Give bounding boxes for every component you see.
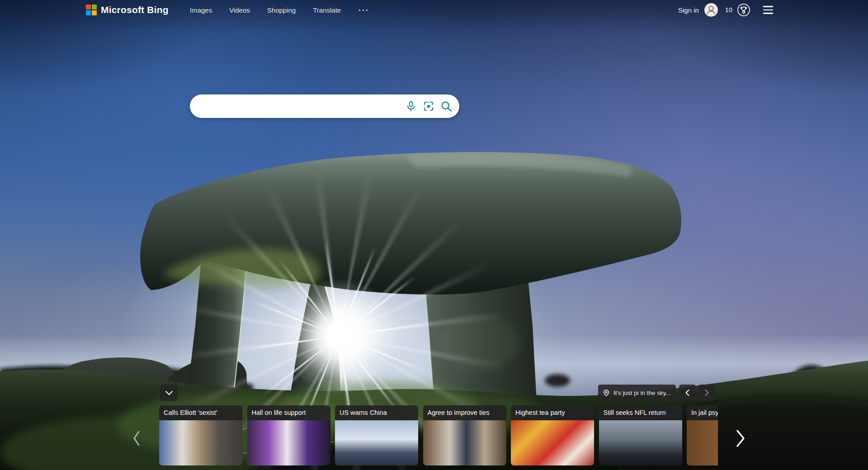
nav-item-videos[interactable]: Videos [229, 6, 250, 14]
chevron-right-icon [704, 389, 709, 396]
top-right-cluster: Sign in 10 [678, 0, 775, 20]
collapse-news-button[interactable] [160, 385, 178, 401]
news-card-title: Highest tea party [511, 405, 594, 420]
location-pin-icon [603, 389, 610, 397]
news-card[interactable]: Calls Elliott 'sexist' [159, 405, 242, 465]
avatar-icon[interactable] [704, 3, 718, 17]
person-icon [704, 3, 718, 17]
news-card-title: In jail psych [687, 405, 718, 420]
microsoft-logo-icon [86, 5, 97, 15]
news-card-image [423, 420, 506, 465]
right-pillar-lichen [439, 316, 520, 371]
news-card-title: Hall on life support [247, 405, 330, 420]
image-prev-button[interactable] [679, 385, 696, 401]
image-info-label: It's just pi in the sky... [613, 390, 671, 396]
visual-search-icon[interactable] [423, 100, 434, 112]
logo-text: Microsoft Bing [101, 5, 169, 15]
chevron-left-icon [132, 430, 141, 447]
background-photo-dolmen [0, 0, 868, 470]
chevron-left-icon [685, 389, 690, 396]
news-card[interactable]: Highest tea party [511, 405, 594, 465]
sign-in-button[interactable]: Sign in [678, 6, 699, 14]
carousel-prev-arrow[interactable] [132, 430, 141, 448]
nav-item-images[interactable]: Images [190, 6, 212, 14]
news-card-image [247, 420, 330, 465]
news-card-title: Agree to improve ties [423, 405, 506, 420]
search-box [190, 94, 459, 118]
news-card-image [335, 420, 418, 465]
rewards-medal-icon[interactable] [737, 3, 750, 17]
microphone-icon[interactable] [405, 100, 417, 112]
hamburger-menu-icon[interactable] [761, 4, 775, 15]
news-card-title: Calls Elliott 'sexist' [159, 405, 242, 420]
top-bar: Microsoft Bing Images Videos Shopping Tr… [0, 0, 868, 32]
news-card[interactable]: US warns China [335, 405, 418, 465]
nav-item-shopping[interactable]: Shopping [267, 6, 296, 14]
nav-item-translate[interactable]: Translate [313, 6, 341, 14]
news-card[interactable]: Still seeks NFL return [599, 405, 682, 465]
chevron-right-icon [735, 429, 746, 448]
search-input[interactable] [201, 94, 405, 118]
news-card-image [599, 420, 682, 465]
news-card[interactable]: In jail psych [687, 405, 718, 465]
news-card[interactable]: Agree to improve ties [423, 405, 506, 465]
image-info-chip[interactable]: It's just pi in the sky... [598, 385, 676, 401]
carousel-next-arrow[interactable] [735, 429, 746, 449]
news-card-title: Still seeks NFL return [599, 405, 682, 420]
top-nav: Images Videos Shopping Translate [190, 0, 368, 20]
bing-homepage: { "header": { "brand": "Microsoft", "pro… [0, 0, 868, 470]
news-card-image [159, 420, 242, 465]
distant-bush [545, 374, 570, 387]
news-card[interactable]: Hall on life support [247, 405, 330, 465]
rewards-points[interactable]: 10 [725, 6, 732, 14]
news-card-title: US warns China [335, 405, 418, 420]
chevron-down-icon [164, 389, 174, 397]
news-carousel: Calls Elliott 'sexist' Hall on life supp… [159, 405, 718, 465]
news-card-image [687, 420, 718, 465]
search-icon[interactable] [440, 100, 453, 113]
bing-logo[interactable]: Microsoft Bing [86, 5, 169, 15]
search-icons [405, 100, 453, 113]
more-menu-icon[interactable] [358, 7, 368, 14]
news-card-image [511, 420, 594, 465]
image-next-button[interactable] [698, 385, 715, 401]
